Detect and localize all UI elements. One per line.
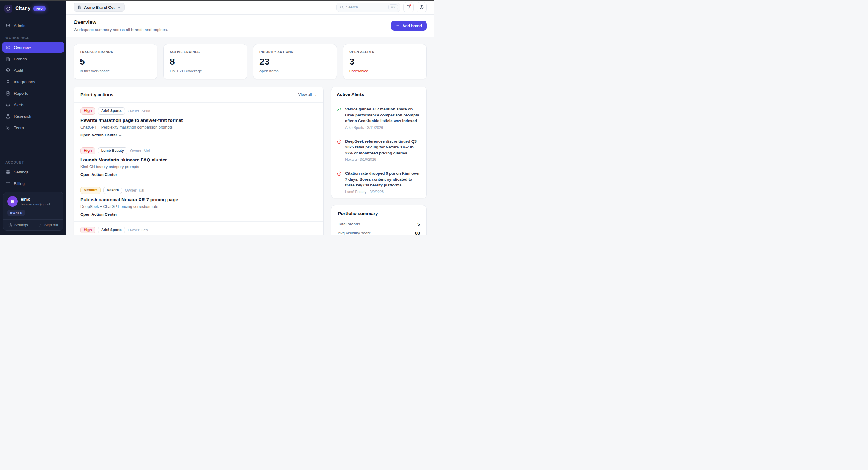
priority-action-item: High Arkē Sports Owner: Sofia Rewrite /m… xyxy=(74,102,323,142)
sidebar-item-settings[interactable]: Settings xyxy=(2,167,64,177)
stat-value: 3 xyxy=(349,56,421,67)
workspace-name: Acme Brand Co. xyxy=(84,5,115,10)
stats-row: TRACKED BRANDS 5 in this workspace ACTIV… xyxy=(73,44,427,79)
owner-label: Owner: Leo xyxy=(128,228,148,232)
portfolio-summary-panel: Portfolio summary Total brands 5 Avg vis… xyxy=(331,205,427,235)
action-subtitle: ChatGPT + Perplexity marathon comparison… xyxy=(81,125,317,129)
action-title: Launch Mandarin skincare FAQ cluster xyxy=(81,157,317,163)
sidebar-item-integrations[interactable]: Integrations xyxy=(2,76,64,87)
stat-caption: open items xyxy=(259,69,331,73)
stat-caption: EN + ZH coverage xyxy=(170,69,241,73)
alert-circle-icon xyxy=(337,171,342,194)
sidebar-item-label: Brands xyxy=(14,57,27,61)
priority-badge: High xyxy=(81,147,95,154)
priority-action-item: Medium Nexara Owner: Kai Publish canonic… xyxy=(74,182,323,222)
active-alerts-panel: Active Alerts Veloce gained +17 mention … xyxy=(331,87,427,199)
stat-caption: unresolved xyxy=(349,69,421,73)
flask-icon xyxy=(5,114,10,119)
users-icon xyxy=(5,125,10,130)
portfolio-row-value: 5 xyxy=(417,222,420,227)
help-button[interactable] xyxy=(416,2,427,12)
open-action-center-link[interactable]: Open Action Center xyxy=(81,172,317,177)
search-input[interactable] xyxy=(346,5,386,9)
sidebar-item-brands[interactable]: Brands xyxy=(2,53,64,64)
account-section-label: ACCOUNT xyxy=(0,156,66,167)
stat-label: OPEN ALERTS xyxy=(349,50,421,54)
shield-check-icon xyxy=(5,23,10,28)
alert-text: Citation rate dropped 6 pts on Kimi over… xyxy=(345,171,421,188)
workspace-switcher[interactable]: Acme Brand Co. xyxy=(73,3,125,12)
sidebar-item-label: Alerts xyxy=(14,102,24,107)
open-action-center-link[interactable]: Open Action Center xyxy=(81,212,317,216)
portfolio-row-avg-visibility: Avg visibility score 68 xyxy=(338,229,420,235)
portfolio-summary-title: Portfolio summary xyxy=(338,211,378,216)
sidebar-item-label: Settings xyxy=(14,170,29,174)
priority-badge: High xyxy=(81,108,95,115)
stat-label: ACTIVE ENGINES xyxy=(170,50,241,54)
stat-value: 5 xyxy=(80,56,151,67)
alert-item: Veloce gained +17 mention share on Grok … xyxy=(331,102,427,134)
portfolio-row-label: Avg visibility score xyxy=(338,231,371,235)
app-logo-icon xyxy=(4,4,12,13)
alert-meta: Nexara · 3/10/2026 xyxy=(345,157,421,162)
trending-up-icon xyxy=(337,107,342,130)
user-name: elmo xyxy=(21,197,54,202)
sign-out-label: Sign out xyxy=(44,223,58,227)
sidebar-account-nav: Settings Billing xyxy=(0,167,66,189)
alert-meta: Lumé Beauty · 3/9/2026 xyxy=(345,190,421,194)
add-brand-button[interactable]: Add brand xyxy=(391,21,427,31)
sidebar-item-admin[interactable]: Admin xyxy=(2,20,64,31)
sidebar-item-audit[interactable]: Audit xyxy=(2,65,64,76)
stat-value: 8 xyxy=(170,56,241,67)
user-email: boranzoom@gmail.... xyxy=(21,202,54,206)
view-all-link[interactable]: View all xyxy=(299,92,317,97)
sidebar: Citany PRO Admin WORKSPACE Overview Bran… xyxy=(0,0,66,235)
action-title: Publish canonical Nexara XR-7 pricing pa… xyxy=(81,197,317,202)
chevron-down-icon xyxy=(117,5,121,9)
sidebar-item-label: Reports xyxy=(14,91,28,96)
bell-icon xyxy=(5,102,10,108)
credit-card-icon xyxy=(5,181,10,186)
priority-action-item: High Lumé Beauty Owner: Mei Launch Manda… xyxy=(74,142,323,182)
alert-item: Citation rate dropped 6 pts on Kimi over… xyxy=(331,166,427,198)
sidebar-item-label: Team xyxy=(14,125,24,130)
app-name: Citany xyxy=(16,6,30,11)
sidebar-item-label: Overview xyxy=(14,45,31,50)
plug-icon xyxy=(5,79,10,85)
plus-icon xyxy=(396,24,400,28)
search-box[interactable]: ⌘K xyxy=(336,3,400,12)
role-badge: OWNER xyxy=(7,210,25,216)
search-shortcut-badge: ⌘K xyxy=(389,4,398,10)
sidebar-item-research[interactable]: Research xyxy=(2,111,64,122)
alert-circle-icon xyxy=(337,139,342,162)
stat-card-priority-actions: PRIORITY ACTIONS 23 open items xyxy=(253,44,337,79)
priority-actions-panel: Priority actions View all High Arkē Spor… xyxy=(73,87,324,235)
notifications-button[interactable] xyxy=(403,2,413,12)
sign-out-button[interactable]: Sign out xyxy=(33,219,63,231)
sidebar-admin-nav: Admin xyxy=(0,17,66,32)
owner-label: Owner: Mei xyxy=(130,148,150,153)
priority-badge: High xyxy=(81,227,95,234)
file-text-icon xyxy=(5,91,10,96)
page-title: Overview xyxy=(73,19,168,25)
brand-badge: Nexara xyxy=(103,187,122,194)
open-action-center-link[interactable]: Open Action Center xyxy=(81,133,317,137)
portfolio-row-label: Total brands xyxy=(338,222,360,226)
priority-actions-title: Priority actions xyxy=(81,92,113,97)
sidebar-item-overview[interactable]: Overview xyxy=(2,42,64,53)
notification-dot xyxy=(409,4,411,6)
stat-label: TRACKED BRANDS xyxy=(80,50,151,54)
sidebar-item-alerts[interactable]: Alerts xyxy=(2,99,64,110)
stat-value: 23 xyxy=(259,56,331,67)
brand-badge: Arkē Sports xyxy=(98,108,125,115)
app-logo-row: Citany PRO xyxy=(0,0,66,17)
user-settings-label: Settings xyxy=(14,223,28,227)
sidebar-item-team[interactable]: Team xyxy=(2,122,64,133)
topbar: Acme Brand Co. ⌘K xyxy=(66,0,434,15)
sidebar-item-reports[interactable]: Reports xyxy=(2,88,64,99)
portfolio-row-value: 68 xyxy=(415,231,420,235)
user-settings-button[interactable]: Settings xyxy=(3,219,33,231)
sidebar-item-billing[interactable]: Billing xyxy=(2,178,64,189)
account-section: ACCOUNT Settings Billing E elmo boranz xyxy=(0,156,66,235)
pro-badge: PRO xyxy=(33,6,45,11)
